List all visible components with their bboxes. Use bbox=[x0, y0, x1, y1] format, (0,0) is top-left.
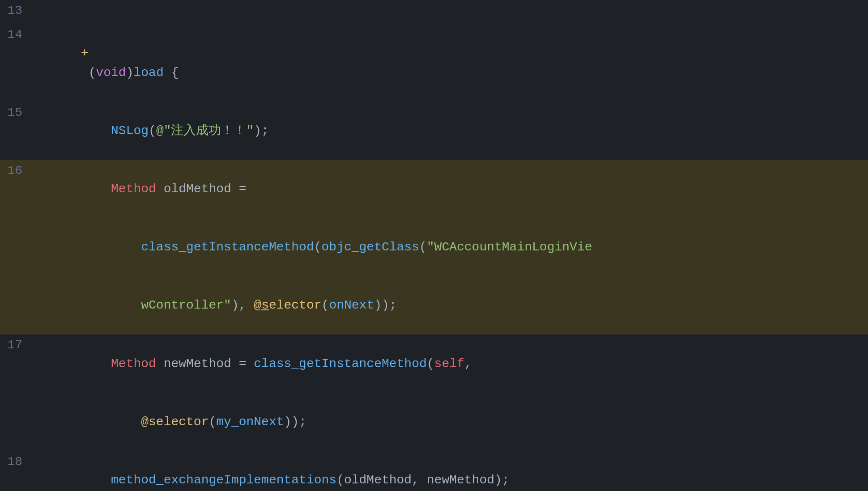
line-num-16: 16 bbox=[0, 160, 31, 180]
line-content-18: method_exchangeImplementations(oldMethod… bbox=[31, 451, 868, 491]
line-num-18: 18 bbox=[0, 451, 31, 471]
line-num-15: 15 bbox=[0, 102, 31, 122]
line-num-14: 14 bbox=[0, 24, 31, 44]
code-line-13: 13 bbox=[0, 0, 868, 24]
line-num-17-cont bbox=[0, 393, 31, 394]
line-content-17-cont: @selector(my_onNext)); bbox=[31, 393, 868, 451]
code-line-14: 14 + (void)load { bbox=[0, 24, 868, 102]
line-content-15: NSLog(@"注入成功！！"); bbox=[31, 102, 868, 160]
line-content-14: + (void)load { bbox=[31, 24, 868, 102]
code-line-16: 16 Method oldMethod = bbox=[0, 160, 868, 218]
plus-sign: + bbox=[81, 46, 89, 60]
line-content-16: Method oldMethod = bbox=[31, 160, 868, 218]
code-line-17-cont: @selector(my_onNext)); bbox=[0, 393, 868, 451]
line-content-16-cont2: wController"), @selector(onNext)); bbox=[31, 276, 868, 334]
code-line-18: 18 method_exchangeImplementations(oldMet… bbox=[0, 451, 868, 491]
code-line-15: 15 NSLog(@"注入成功！！"); bbox=[0, 102, 868, 160]
line-num-13: 13 bbox=[0, 0, 31, 20]
code-line-16-cont2: wController"), @selector(onNext)); bbox=[0, 276, 868, 334]
line-num-16-cont2 bbox=[0, 276, 31, 277]
line-content-16-cont: class_getInstanceMethod(objc_getClass("W… bbox=[31, 218, 868, 276]
line-num-17: 17 bbox=[0, 334, 31, 355]
code-line-17: 17 Method newMethod = class_getInstanceM… bbox=[0, 334, 868, 393]
line-num-16-cont bbox=[0, 218, 31, 219]
code-editor: 13 14 + (void)load { 15 NSLog(@"注入成功！！")… bbox=[0, 0, 868, 491]
line-content-17: Method newMethod = class_getInstanceMeth… bbox=[31, 334, 868, 393]
code-line-16-cont: class_getInstanceMethod(objc_getClass("W… bbox=[0, 218, 868, 276]
